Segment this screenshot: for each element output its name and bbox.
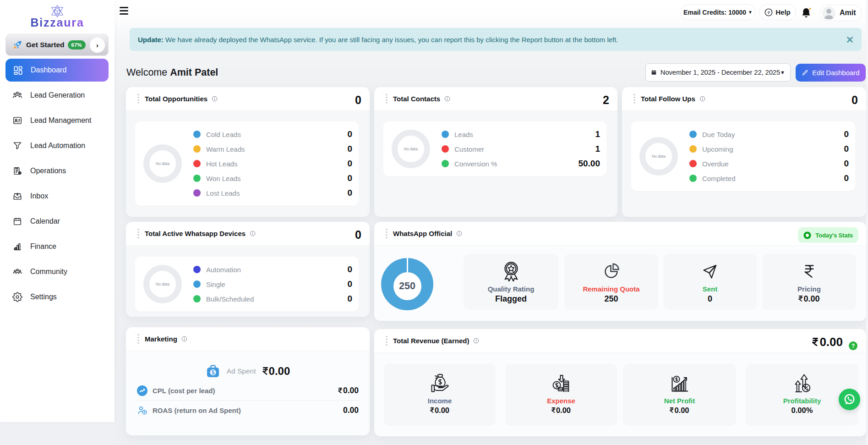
svg-text:?: ? [852, 343, 855, 349]
svg-text:$: $ [211, 369, 214, 376]
svg-text:?: ? [767, 10, 770, 15]
